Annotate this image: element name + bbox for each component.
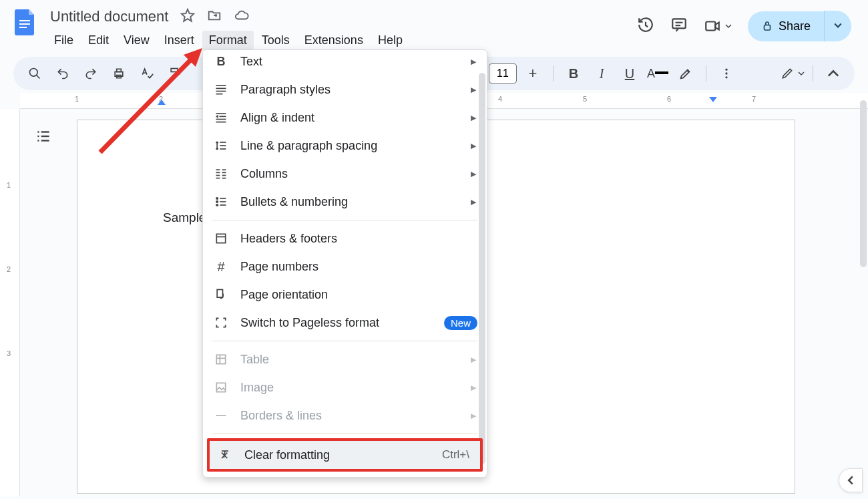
history-icon[interactable] [637, 16, 654, 36]
highlight-icon[interactable] [674, 61, 698, 86]
text-color-icon[interactable]: A [646, 61, 670, 86]
align-icon [214, 110, 228, 125]
svg-rect-11 [117, 69, 122, 71]
italic-icon[interactable]: I [590, 61, 614, 86]
indent-marker[interactable] [158, 100, 166, 105]
spellcheck-icon[interactable] [135, 61, 159, 86]
document-title[interactable]: Untitled document [47, 7, 171, 27]
menu-item-text[interactable]: B Text▶ [203, 47, 487, 75]
svg-point-45 [216, 204, 218, 206]
menu-edit[interactable]: Edit [81, 31, 116, 50]
menu-item-align-indent[interactable]: Align & indent▶ [203, 104, 487, 132]
menu-insert[interactable]: Insert [158, 31, 201, 50]
svg-point-17 [725, 76, 727, 78]
share-dropdown[interactable] [824, 11, 851, 41]
explore-tab[interactable] [839, 468, 863, 492]
more-icon[interactable] [714, 61, 738, 86]
format-menu-dropdown: B Text▶ Paragraph styles▶ Align & indent… [202, 49, 487, 478]
svg-rect-52 [216, 355, 225, 363]
svg-point-8 [30, 69, 38, 77]
menu-item-page-numbers[interactable]: # Page numbers [203, 253, 487, 281]
move-icon[interactable] [207, 8, 222, 25]
pagenum-icon: # [214, 259, 228, 274]
clear-format-icon [218, 448, 232, 462]
line-spacing-icon [214, 138, 228, 153]
undo-icon[interactable] [51, 61, 75, 86]
search-icon[interactable] [23, 61, 47, 86]
comments-icon[interactable] [670, 16, 688, 36]
menu-view[interactable]: View [117, 31, 156, 50]
redo-icon[interactable] [79, 61, 103, 86]
svg-point-16 [725, 72, 727, 74]
svg-rect-3 [672, 19, 686, 28]
orientation-icon [214, 287, 228, 302]
shortcut-label: Ctrl+\ [442, 448, 469, 462]
menu-item-columns[interactable]: Columns▶ [203, 160, 487, 188]
table-icon [214, 352, 228, 367]
font-size-increase[interactable]: + [521, 61, 545, 86]
svg-rect-2 [19, 27, 27, 28]
editing-mode-icon[interactable] [781, 61, 805, 86]
share-button[interactable]: Share [748, 11, 851, 41]
bullets-icon [214, 194, 228, 209]
menu-item-image: Image▶ [203, 373, 487, 401]
collapse-icon[interactable] [821, 61, 845, 86]
menu-file[interactable]: File [47, 31, 80, 50]
svg-rect-7 [764, 25, 770, 31]
menu-item-line-spacing[interactable]: Line & paragraph spacing▶ [203, 132, 487, 160]
font-size-input[interactable]: 11 [489, 63, 517, 84]
columns-icon [214, 166, 228, 181]
new-badge: New [444, 316, 477, 330]
page-scrollbar[interactable] [860, 100, 867, 267]
svg-rect-0 [19, 20, 30, 21]
text-icon: B [214, 54, 228, 69]
svg-rect-55 [216, 383, 225, 391]
svg-rect-51 [217, 290, 222, 298]
svg-rect-6 [706, 22, 715, 31]
svg-rect-14 [171, 69, 178, 72]
menu-item-page-orientation[interactable]: Page orientation [203, 281, 487, 309]
borders-icon [214, 408, 228, 423]
docs-logo[interactable] [10, 7, 39, 36]
svg-point-44 [216, 201, 218, 203]
svg-point-43 [216, 198, 218, 200]
menu-item-bullets-numbering[interactable]: Bullets & numbering▶ [203, 188, 487, 216]
menu-item-table: Table▶ [203, 345, 487, 373]
page-content: Sample [163, 210, 206, 224]
paint-format-icon[interactable] [163, 61, 187, 86]
print-icon[interactable] [107, 61, 131, 86]
bold-icon[interactable]: B [562, 61, 586, 86]
meet-icon[interactable] [704, 17, 732, 35]
svg-point-15 [725, 69, 727, 71]
vertical-ruler[interactable]: 1 2 3 [0, 109, 20, 496]
paragraph-icon [214, 82, 228, 97]
svg-rect-1 [19, 23, 30, 25]
image-icon [214, 380, 228, 395]
menu-item-borders-lines: Borders & lines▶ [203, 401, 487, 430]
menu-item-headers-footers[interactable]: Headers & footers [203, 224, 487, 253]
outline-icon[interactable] [35, 128, 52, 148]
star-icon[interactable] [180, 8, 195, 25]
menu-item-paragraph-styles[interactable]: Paragraph styles▶ [203, 75, 487, 104]
underline-icon[interactable]: U [618, 61, 642, 86]
menu-item-clear-formatting[interactable]: Clear formatting Ctrl+\ [207, 438, 483, 472]
cloud-icon[interactable] [234, 8, 250, 25]
right-margin-marker[interactable] [709, 97, 717, 102]
svg-rect-49 [216, 234, 225, 242]
svg-line-9 [37, 75, 40, 79]
pageless-icon [214, 315, 228, 330]
headers-icon [214, 231, 228, 246]
menu-item-pageless[interactable]: Switch to Pageless format New [203, 309, 487, 337]
